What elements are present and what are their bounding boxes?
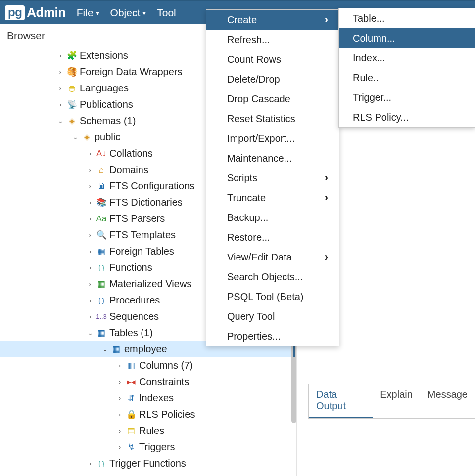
tree-item[interactable]: ›🔒RLS Policies [0,406,296,423]
context-menu-item[interactable]: PSQL Tool (Beta) [206,287,339,306]
tree-item[interactable]: ›{ }Trigger Functions [0,455,296,472]
tree-caret-icon[interactable]: › [56,68,64,76]
tree-caret-icon[interactable]: › [116,443,124,451]
context-menu-item[interactable]: Properties... [206,326,339,346]
tree-caret-icon[interactable]: › [86,215,94,222]
tree-node-label: Schemas (1) [80,115,136,127]
tree-item[interactable]: ›▤Rules [0,423,296,439]
tree-caret-icon[interactable]: › [116,411,124,418]
context-menu-label: Scripts [227,173,257,184]
context-menu-item[interactable]: Drop Cascade [206,89,339,109]
context-menu-item[interactable]: Delete/Drop [206,69,339,89]
tree-node-label: Constraints [139,376,189,388]
context-menu-label: Maintenance... [227,153,292,164]
tree-caret-icon[interactable]: › [86,280,94,288]
tree-caret-icon[interactable]: › [56,101,64,108]
tree-caret-icon[interactable]: ⌄ [101,346,109,353]
tree-node-label: public [95,131,120,143]
tree-node-label: Domains [109,164,148,175]
tree-caret-icon[interactable]: › [86,150,94,157]
tree-caret-icon[interactable]: › [86,264,94,271]
context-menu-item[interactable]: Count Rows [206,49,339,69]
logo-pg: pg [5,5,25,20]
tree-caret-icon[interactable]: › [86,199,94,206]
context-menu-item[interactable]: Truncate [206,188,339,208]
tree-node-icon: 📡 [66,99,77,110]
menu-object[interactable]: Object [110,7,146,19]
tree-node-label: FTS Templates [109,229,176,241]
context-menu-item[interactable]: Restore... [206,227,339,247]
logo-admin: Admin [27,5,65,20]
tab-messages[interactable]: Message [420,384,475,418]
context-menu-item[interactable]: Search Objects... [206,267,339,287]
output-tabs: Data Output Explain Message [309,384,475,419]
tree-caret-icon[interactable]: › [86,313,94,320]
context-menu-label: Drop Cascade [227,93,290,105]
tree-node-icon: ⇵ [126,393,137,404]
tree-caret-icon[interactable]: › [86,460,94,467]
tree-item[interactable]: ›▸◂Constraints [0,374,296,390]
tree-caret-icon[interactable]: › [116,394,124,402]
tree-node-icon: { } [96,262,107,273]
context-menu-item[interactable]: Column... [339,28,475,48]
menu-tools[interactable]: Tool [157,7,176,19]
context-menu-item[interactable]: Maintenance... [206,148,339,168]
tree-caret-icon[interactable]: ⌄ [56,117,64,125]
output-pane: Data Output Explain Message [308,384,475,419]
tab-data-output[interactable]: Data Output [309,384,373,418]
context-menu-item[interactable]: Refresh... [206,30,339,49]
tree-caret-icon[interactable]: ⌄ [71,133,79,141]
context-menu-item[interactable]: Rule... [339,68,475,87]
tree-node-icon: A↓ [96,148,107,159]
tree-node-icon: 1..3 [96,311,107,322]
context-menu-label: Index... [353,52,385,64]
tree-caret-icon[interactable]: ⌄ [86,329,94,337]
tree-caret-icon[interactable]: › [86,248,94,255]
tree-node-label: Foreign Tables [109,246,174,257]
context-menu-label: Trigger... [353,92,391,103]
tree-caret-icon[interactable]: › [116,378,124,386]
context-menu-item[interactable]: Reset Statistics [206,109,339,129]
tab-explain[interactable]: Explain [373,384,420,418]
tree-caret-icon[interactable]: › [86,182,94,190]
context-menu-item[interactable]: Scripts [206,168,339,188]
context-menu-label: Count Rows [227,54,281,65]
tree-node-label: Functions [109,262,152,273]
tree-caret-icon[interactable]: › [56,52,64,59]
tree-item[interactable]: ›▥Columns (7) [0,357,296,374]
tree-node-label: Rules [139,425,164,436]
context-menu-item[interactable]: Table... [339,8,475,28]
context-menu-label: PSQL Tool (Beta) [227,291,304,303]
context-menu-item[interactable]: Backup... [206,208,339,227]
context-menu-label: Create [227,14,257,26]
context-menu-item[interactable]: Import/Export... [206,129,339,148]
tree-caret-icon[interactable]: › [116,427,124,434]
tree-item[interactable]: ›↯Triggers [0,439,296,455]
context-menu-create: Table...Column...Index...Rule...Trigger.… [338,8,475,128]
tree-node-label: Sequences [109,311,159,322]
context-menu-item[interactable]: Trigger... [339,87,475,107]
menu-file[interactable]: File [77,7,99,19]
context-menu-label: Rule... [353,72,381,84]
context-menu-label: Table... [353,13,384,24]
context-menu-item[interactable]: Index... [339,48,475,68]
tree-caret-icon[interactable]: › [86,297,94,304]
tree-caret-icon[interactable]: › [86,231,94,239]
context-menu-item[interactable]: View/Edit Data [206,247,339,267]
context-menu-item[interactable]: RLS Policy... [339,107,475,127]
tree-node-icon: 🔒 [126,409,137,420]
context-menu-item[interactable]: Create [206,10,339,30]
tree-node-label: Extensions [80,50,128,61]
context-menu-item[interactable]: Query Tool [206,306,339,326]
tree-node-icon: ⌂ [96,165,107,175]
tree-caret-icon[interactable]: › [56,85,64,92]
context-menu-label: Truncate [227,192,266,204]
tree-caret-icon[interactable]: › [86,166,94,173]
tree-node-label: FTS Parsers [109,213,165,224]
app-logo: pg Admin [5,5,66,20]
tree-item[interactable]: ›⇵Indexes [0,390,296,406]
context-menu-label: Reset Statistics [227,113,295,125]
tree-caret-icon[interactable]: › [116,362,124,369]
tree-node-label: Materialized Views [109,278,191,290]
tree-node-label: Indexes [139,392,174,404]
